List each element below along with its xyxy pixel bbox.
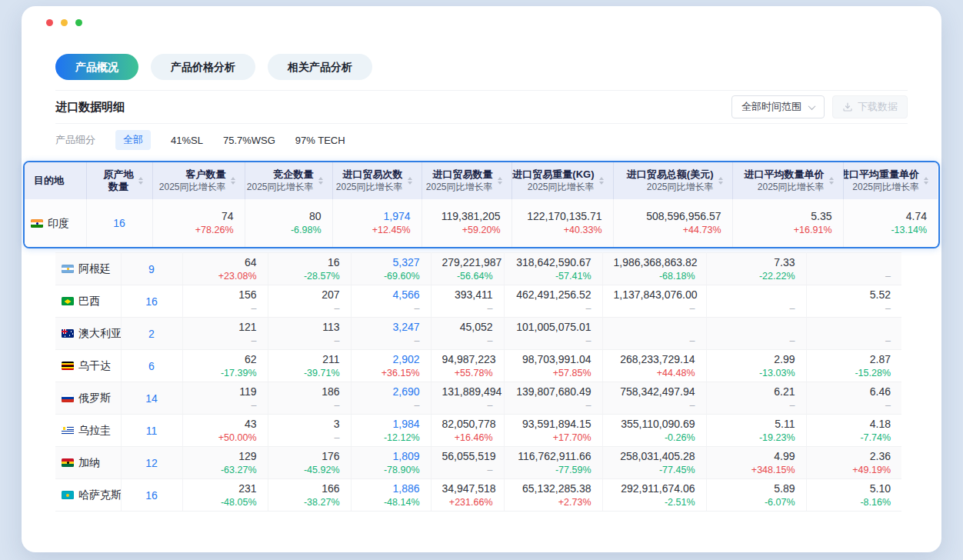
cell-origin-count[interactable]: 11 (121, 415, 182, 447)
cell-value: 279,221,987 (442, 255, 493, 270)
col-header-avg-weight-price[interactable]: 进口平均重量单价2025同比增长率 (843, 162, 938, 199)
table-row-kazakhstan[interactable]: 哈萨克斯坦16231-48.05%166-38.27%1,886-48.14%3… (55, 479, 901, 512)
cell-avg-quantity-price: 7.33-22.22% (706, 253, 806, 285)
cell-value: 94,987,223 (442, 352, 493, 367)
tab-product-overview[interactable]: 产品概况 (55, 54, 138, 80)
cell-trade-times[interactable]: 4,566– (351, 285, 431, 318)
sort-icon[interactable] (599, 177, 604, 185)
cell-trade-times[interactable]: 1,974+12.45% (332, 199, 422, 247)
sort-icon[interactable] (829, 177, 834, 185)
cell-trade-quantity: 82,050,778+16.46% (431, 415, 504, 447)
sort-icon[interactable] (924, 177, 928, 185)
chevron-down-icon (808, 102, 816, 110)
col-header-trade-times[interactable]: 进口贸易次数2025同比增长率 (332, 162, 422, 199)
cell-value: 211 (279, 352, 340, 367)
cell-origin-count[interactable]: 12 (121, 447, 182, 479)
cell-growth: -57.41% (515, 270, 591, 283)
cell-growth: -17.39% (194, 367, 257, 380)
cell-value: 6.46 (818, 385, 891, 399)
sort-icon[interactable] (138, 177, 143, 185)
cell-trade-times[interactable]: 3,247– (351, 318, 431, 350)
download-label: 下载数据 (858, 100, 898, 114)
cell-customer-count: 74+78.26% (152, 199, 245, 247)
filter-option-757wsg[interactable]: 75.7%WSG (223, 135, 275, 146)
table-row-uruguay[interactable]: 乌拉圭1143+50.00%3–1,984-12.12%82,050,778+1… (55, 415, 901, 447)
cell-growth: -0.26% (614, 432, 695, 445)
cell-value[interactable]: 3,247 (362, 320, 420, 335)
cell-trade-times[interactable]: 1,984-12.12% (351, 415, 431, 447)
cell-origin-count[interactable]: 14 (121, 382, 182, 415)
cell-value[interactable]: 1,809 (362, 449, 420, 464)
table-row-brazil[interactable]: 巴西16156–207–4,566–393,411–462,491,256.52… (55, 285, 901, 318)
cell-origin-count[interactable]: 6 (121, 350, 182, 382)
cell-customer-count: 119– (182, 382, 268, 415)
cell-value: 508,596,956.57 (625, 209, 721, 224)
col-header-origin-count[interactable]: 原产地数量 (86, 162, 152, 199)
cell-origin-count[interactable]: 16 (121, 479, 182, 512)
col-header-trade-amount-usd[interactable]: 进口贸易总额(美元)2025同比增长率 (613, 162, 732, 199)
col-header-competitor-count[interactable]: 竞企数量2025同比增长率 (245, 162, 332, 199)
cell-value[interactable]: 1,974 (344, 209, 411, 224)
cell-value: 74 (164, 209, 234, 224)
sort-icon[interactable] (408, 177, 412, 185)
table-row-russia[interactable]: 俄罗斯14119–186–2,690–131,889,494–139,807,6… (55, 382, 901, 415)
cell-trade-quantity: 34,947,518+231.66% (431, 479, 504, 512)
sort-icon[interactable] (498, 177, 502, 185)
sort-icon[interactable] (318, 177, 323, 185)
filter-option-41sl[interactable]: 41%SL (171, 135, 203, 146)
tab-related-product-analysis[interactable]: 相关产品分析 (268, 54, 372, 80)
col-header-trade-quantity[interactable]: 进口贸易数量2025同比增长率 (422, 162, 511, 199)
time-range-select[interactable]: 全部时间范围 (731, 95, 825, 118)
country-name: 乌干达 (78, 359, 111, 372)
tab-product-price-analysis[interactable]: 产品价格分析 (151, 54, 255, 80)
cell-value[interactable]: 2,902 (362, 352, 420, 367)
cell-trade-times[interactable]: 2,690– (351, 382, 431, 415)
cell-value[interactable]: 1,984 (362, 417, 420, 432)
flag-india-icon (31, 219, 43, 228)
col-header-customer-count[interactable]: 客户数量2025同比增长率 (152, 162, 245, 199)
cell-value[interactable]: 2,690 (362, 385, 420, 399)
filter-option-97tech[interactable]: 97% TECH (295, 135, 345, 146)
minimize-window-icon[interactable] (61, 19, 68, 26)
cell-trade-times[interactable]: 5,327-69.60% (351, 253, 431, 285)
filter-option-all[interactable]: 全部 (115, 130, 151, 150)
cell-value: 5.35 (744, 209, 832, 224)
cell-value[interactable]: 4,566 (362, 288, 420, 302)
section-header: 进口数据明细 全部时间范围 下载数据 (55, 90, 908, 124)
table-row-argentina[interactable]: 阿根廷964+23.08%16-28.57%5,327-69.60%279,22… (55, 253, 901, 285)
cell-avg-weight-price: 2.87-15.28% (806, 350, 901, 382)
cell-trade-times[interactable]: 1,886-48.14% (351, 479, 431, 512)
cell-value[interactable]: 5,327 (362, 255, 420, 270)
cell-growth: – (718, 335, 795, 348)
close-window-icon[interactable] (46, 19, 53, 26)
table-row-ghana[interactable]: 加纳12129-63.27%176-45.92%1,809-78.90%56,0… (55, 447, 901, 479)
cell-growth: – (194, 399, 257, 412)
table-row-australia[interactable]: 澳大利亚2121–113–3,247–45,052–101,005,075.01… (55, 318, 901, 350)
cell-trade-weight-kg: 116,762,911.66-77.59% (504, 447, 602, 479)
col-header-label: 进口平均数量单价 (745, 168, 825, 181)
table-row-india[interactable]: 印度1674+78.26%80-6.98%1,974+12.45%119,381… (25, 199, 938, 247)
cell-growth: -13.14% (855, 224, 928, 237)
cell-value[interactable]: 1,886 (362, 482, 420, 496)
cell-origin-count[interactable]: 2 (121, 318, 182, 350)
col-header-trade-weight-kg[interactable]: 进口贸易重量(KG)2025同比增长率 (511, 162, 613, 199)
cell-origin-count[interactable]: 16 (86, 199, 152, 247)
table-row-uganda[interactable]: 乌干达662-17.39%211-39.71%2,902+36.15%94,98… (55, 350, 901, 382)
cell-origin-count[interactable]: 16 (121, 285, 182, 318)
cell-trade-times[interactable]: 2,902+36.15% (351, 350, 431, 382)
cell-trade-times[interactable]: 1,809-78.90% (351, 447, 431, 479)
sort-icon[interactable] (718, 177, 723, 185)
download-data-button[interactable]: 下载数据 (832, 95, 908, 118)
cell-origin-count[interactable]: 9 (121, 253, 182, 285)
col-header-destination: 目的地 (25, 162, 86, 199)
sort-icon[interactable] (231, 177, 235, 185)
col-subheader: 2025同比增长率 (843, 182, 919, 193)
maximize-window-icon[interactable] (75, 19, 82, 26)
cell-growth: +57.85% (515, 367, 591, 380)
col-header-label: 进口贸易数量 (426, 168, 493, 181)
cell-growth: – (279, 335, 340, 348)
col-subheader: 2025同比增长率 (426, 182, 493, 193)
col-header-avg-quantity-price[interactable]: 进口平均数量单价2025同比增长率 (732, 162, 843, 199)
col-subheader: 2025同比增长率 (745, 182, 825, 193)
cell-trade-amount-usd: 258,031,405.28-77.45% (602, 447, 706, 479)
